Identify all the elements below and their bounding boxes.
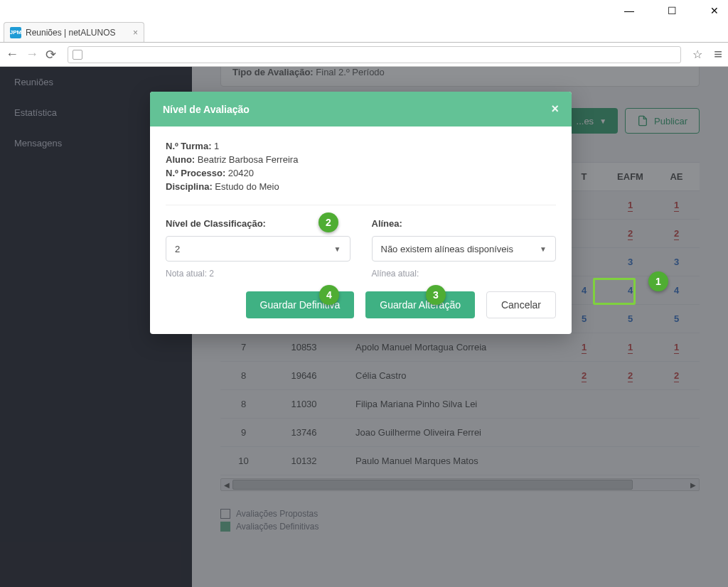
window-close-button[interactable]: ✕ bbox=[704, 5, 725, 16]
callout-2: 2 bbox=[318, 212, 338, 232]
modal-meta-line: Disciplina: Estudo do Meio bbox=[166, 181, 556, 192]
callout-4: 4 bbox=[319, 285, 339, 305]
modal-title: Nível de Avaliação bbox=[163, 104, 250, 115]
meta-value: Beatriz Barbosa Ferreira bbox=[198, 154, 299, 165]
save-change-button[interactable]: Guardar Alteração bbox=[365, 291, 475, 318]
level-select-value: 2 bbox=[175, 244, 180, 254]
alinea-label: Alínea: bbox=[372, 218, 557, 229]
level-hint: Nota atual: 2 bbox=[166, 269, 350, 279]
tab-favicon: JPM bbox=[10, 27, 21, 38]
callout-3: 3 bbox=[426, 285, 446, 305]
nav-back-icon[interactable]: ← bbox=[6, 47, 18, 62]
tab-close-button[interactable]: × bbox=[133, 28, 138, 38]
meta-label: Disciplina: bbox=[166, 181, 215, 192]
modal-meta-line: N.º Turma: 1 bbox=[166, 141, 556, 151]
meta-value: 1 bbox=[214, 141, 219, 151]
modal-meta-line: Aluno: Beatriz Barbosa Ferreira bbox=[166, 154, 556, 165]
callout-1: 1 bbox=[648, 271, 668, 291]
meta-label: Aluno: bbox=[166, 154, 198, 165]
page-content: Reuniões Estatística Mensagens Tipo de A… bbox=[0, 67, 728, 587]
browser-nav-bar: ← → ⟳ ☆ ≡ bbox=[0, 43, 728, 67]
modal-body: N.º Turma: 1Aluno: Beatriz Barbosa Ferre… bbox=[150, 126, 572, 279]
meta-value: 20420 bbox=[228, 168, 254, 178]
meta-value: Estudo do Meio bbox=[215, 181, 279, 192]
meta-label: N.º Processo: bbox=[166, 168, 228, 178]
cancel-button[interactable]: Cancelar bbox=[486, 291, 556, 318]
page-icon bbox=[73, 50, 82, 60]
browser-tab-bar: JPM Reuniões | netALUNOS × bbox=[0, 21, 728, 43]
caret-down-icon: ▼ bbox=[540, 245, 547, 253]
url-bar[interactable] bbox=[68, 46, 681, 63]
modal-divider bbox=[166, 205, 556, 205]
alinea-select[interactable]: Não existem alíneas disponíveis ▼ bbox=[372, 236, 557, 262]
caret-down-icon: ▼ bbox=[334, 245, 341, 253]
alinea-hint: Alínea atual: bbox=[372, 269, 557, 279]
modal-header: Nível de Avaliação × bbox=[150, 92, 572, 126]
nav-forward-icon[interactable]: → bbox=[26, 47, 38, 62]
grade-level-modal: Nível de Avaliação × N.º Turma: 1Aluno: … bbox=[150, 92, 572, 334]
tab-title: Reuniões | netALUNOS bbox=[26, 28, 130, 38]
meta-label: N.º Turma: bbox=[166, 141, 214, 151]
browser-menu-icon[interactable]: ≡ bbox=[714, 46, 722, 63]
bookmark-star-icon[interactable]: ☆ bbox=[692, 48, 702, 61]
window-maximize-button[interactable]: ☐ bbox=[661, 5, 682, 16]
modal-footer: Guardar Definitiva Guardar Alteração Can… bbox=[150, 279, 572, 334]
highlighted-cell-outline bbox=[593, 278, 636, 305]
level-select[interactable]: 2 ▼ bbox=[166, 236, 350, 262]
modal-meta-line: N.º Processo: 20420 bbox=[166, 168, 556, 178]
modal-close-button[interactable]: × bbox=[551, 102, 559, 117]
alinea-select-value: Não existem alíneas disponíveis bbox=[381, 244, 513, 254]
nav-reload-icon[interactable]: ⟳ bbox=[46, 47, 56, 63]
window-chrome: — ☐ ✕ bbox=[0, 0, 728, 21]
browser-tab[interactable]: JPM Reuniões | netALUNOS × bbox=[4, 22, 144, 42]
alinea-field-group: Alínea: Não existem alíneas disponíveis … bbox=[372, 218, 557, 279]
window-minimize-button[interactable]: — bbox=[619, 5, 640, 16]
modal-form-row: Nível de Classificação: 2 ▼ Nota atual: … bbox=[166, 218, 556, 279]
